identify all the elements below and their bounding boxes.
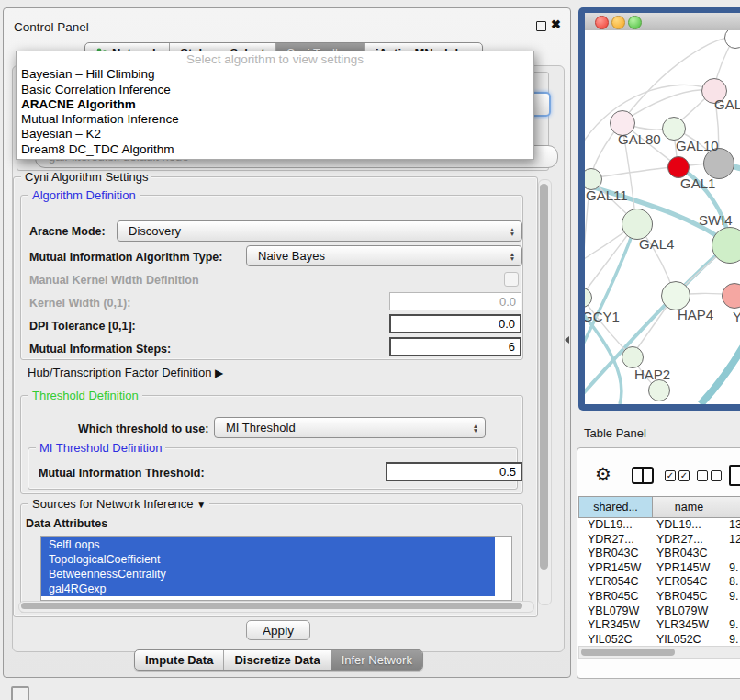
select-all-checkbox-icon[interactable]: ✓ [678,470,690,481]
mi-steps-label: Mutual Information Steps: [29,343,171,356]
table-cell: YDL19... [588,518,633,531]
table-row[interactable]: YDL19...YDL19...13 [578,518,740,533]
network-canvas[interactable]: GALGAL80GAL10GAL1GAL11GAL4SWI4GCY1HAP4YH… [585,30,740,404]
table-cell: YDR27... [588,533,634,546]
kernel-width-label: Kernel Width (0,1): [29,297,130,310]
tab-discretize-data[interactable]: Discretize Data [223,650,330,670]
table-cell: YDR27... [656,533,703,546]
table-cell: YER054C [588,575,639,588]
manual-kernel-width-label: Manual Kernel Width Definition [29,274,199,287]
network-node[interactable] [722,283,740,309]
mi-steps-field[interactable] [389,337,521,356]
dropdown-item[interactable]: Dream8 DC_TDC Algorithm [17,142,533,157]
dropdown-item-selected[interactable]: ARACNE Algorithm [17,97,533,112]
table-cell: YIL052C [656,633,701,646]
bottom-tabbar: Impute Data Discretize Data Infer Networ… [134,649,423,671]
table-hscrollbar-thumb[interactable] [581,649,675,656]
settings-hscrollbar-thumb[interactable] [21,603,522,609]
aracne-mode-label: Aracne Mode: [29,225,106,238]
dropdown-item[interactable]: Bayesian – K2 [17,127,533,141]
settings-scrollbar-thumb[interactable] [540,184,548,570]
close-icon[interactable]: ✖ [551,17,561,31]
split-pane-collapse-icon[interactable] [565,336,569,344]
network-node-label: Y [733,309,740,324]
table-row[interactable]: YIL052CYIL052C9. [578,633,740,647]
network-node-label: SWI4 [699,212,733,228]
network-node-label: GAL10 [676,138,719,153]
manual-kernel-width-checkbox[interactable] [504,272,519,287]
column-header-partial[interactable] [725,496,740,518]
network-node[interactable] [622,346,644,368]
select-all-checkbox-icon[interactable]: ✓ [665,470,676,481]
column-header-name[interactable]: name [652,496,726,518]
dpi-tolerance-field[interactable] [389,314,521,333]
table-cell: YBL079W [656,604,708,617]
network-node[interactable] [622,209,653,240]
collapse-arrow-icon: ▼ [196,500,206,510]
table-cell: YBR043C [656,547,708,559]
deselect-all-checkbox-icon[interactable] [711,470,722,481]
table-cell: YBL079W [588,604,639,617]
network-node-label: GAL80 [618,131,661,147]
settings-hscrollbar[interactable] [18,601,534,613]
table-row[interactable]: YBR045CYBR045C9. [578,590,740,604]
table-cell: YIL052C [588,633,633,646]
table-cell: 9. [729,561,738,574]
table-body[interactable]: YDL19...YDL19...13YDR27...YDR27...12YBR0… [578,518,740,647]
mi-algorithm-type-combo[interactable]: Naive Bayes ▲▼ [246,245,522,266]
control-panel-title: Control Panel [14,20,89,34]
sources-group-title[interactable]: Sources for Network Inference ▼ [28,497,209,511]
table-hscrollbar[interactable] [578,646,740,659]
table-cell: 9. [729,590,738,603]
network-window-titlebar[interactable] [585,13,740,31]
dropdown-item[interactable]: Basic Correlation Inference [17,83,533,97]
dropdown-item[interactable]: Mutual Information Inference [17,112,533,127]
algorithm-dropdown-list: Select algorithm to view settings Bayesi… [16,51,534,160]
mi-threshold-field[interactable] [386,462,522,481]
dropdown-item[interactable]: Bayesian – Hill Climbing [17,67,533,82]
table-cell: YPR145W [656,561,710,574]
dropdown-placeholder: Select algorithm to view settings [17,52,533,67]
function-builder-icon[interactable] [729,465,740,486]
tab-infer-network[interactable]: Infer Network [331,650,422,670]
column-header-shared-name[interactable]: shared... [578,496,653,518]
network-node-label: HAP4 [678,307,713,322]
gear-icon[interactable]: ⚙ [595,463,611,485]
list-item[interactable]: BetweennessCentrality [41,567,495,581]
deselect-all-checkbox-icon[interactable] [697,470,708,481]
table-cell: YBR043C [588,547,639,559]
table-row[interactable]: YPR145WYPR145W9. [578,561,740,576]
table-row[interactable]: YER054CYER054C8. [578,575,740,590]
table-cell: 9. [729,633,738,646]
minimize-traffic-light-icon[interactable] [611,16,625,29]
table-row[interactable]: YBR043CYBR043C [578,547,740,561]
table-row[interactable]: YLR345WYLR345W9. [578,618,740,633]
which-threshold-combo[interactable]: MI Threshold ▲▼ [214,417,486,438]
hub-section-toggle[interactable]: Hub/Transcription Factor Definition ▶ [28,366,223,379]
apply-button[interactable]: Apply [246,620,310,640]
table-cell: YPR145W [588,561,641,574]
close-traffic-light-icon[interactable] [595,16,609,29]
zoom-traffic-light-icon[interactable] [628,16,642,29]
list-item[interactable]: SelfLoops [41,537,495,552]
tab-impute-data[interactable]: Impute Data [135,650,223,670]
collapsed-panel-icon[interactable] [11,686,29,700]
network-node-label: GAL1 [680,175,715,191]
algorithm-definition-title: Algorithm Definition [28,188,140,202]
settings-scrollbar[interactable] [538,179,552,605]
table-row[interactable]: YBL079WYBL079W [578,604,740,619]
network-node-label: HAP2 [634,367,670,382]
threshold-definition-title: Threshold Definition [28,389,142,402]
table-row[interactable]: YDR27...YDR27...12 [578,533,740,548]
float-window-icon[interactable] [536,21,546,31]
application-root: Control Panel ✖ Network Style Select Cyn… [0,0,740,700]
aracne-mode-combo[interactable]: Discovery ▲▼ [117,220,522,242]
combo-spinner-icon: ▲▼ [505,227,521,236]
kernel-width-field[interactable] [389,292,521,310]
list-item[interactable]: gal4RGexp [41,581,495,596]
network-node[interactable] [648,379,670,401]
which-threshold-label: Which threshold to use: [78,423,208,435]
data-attributes-list[interactable]: SelfLoops TopologicalCoefficient Between… [40,536,512,601]
list-item[interactable]: TopologicalCoefficient [41,552,495,567]
split-panel-icon[interactable] [632,467,654,484]
